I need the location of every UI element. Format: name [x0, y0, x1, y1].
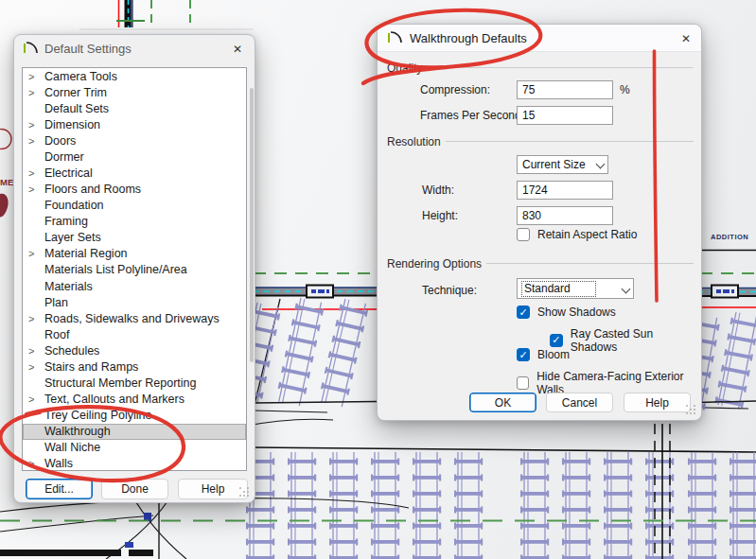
help-button[interactable]: Help — [624, 393, 691, 412]
tree-item-dimension[interactable]: >Dimension — [23, 116, 246, 132]
resize-grip[interactable] — [686, 405, 696, 415]
tree-item-label: Corner Trim — [44, 86, 107, 99]
tree-item-plan[interactable]: Plan — [23, 294, 246, 310]
tree-item-label: Camera Tools — [44, 70, 117, 83]
tree-item-corner-trim[interactable]: >Corner Trim — [23, 84, 246, 100]
tree-item-roof[interactable]: Roof — [23, 326, 246, 342]
expand-chevron-icon[interactable]: > — [28, 345, 44, 357]
default-settings-tree[interactable]: >Camera Tools>Corner TrimDefault Sets>Di… — [22, 67, 247, 471]
expand-chevron-icon[interactable]: > — [28, 71, 44, 82]
resolution-group-line — [446, 141, 694, 142]
close-icon[interactable]: ✕ — [228, 41, 247, 58]
checkbox-bloom[interactable]: ✓Bloom — [517, 348, 570, 361]
expand-chevron-icon[interactable]: > — [28, 313, 44, 324]
tree-item-walkthrough[interactable]: Walkthrough — [23, 424, 246, 440]
technique-dropdown[interactable]: Standard — [517, 278, 634, 299]
expand-chevron-icon[interactable]: > — [28, 135, 44, 147]
tree-item-electrical[interactable]: >Electrical — [23, 165, 246, 181]
walkthrough-defaults-titlebar[interactable]: Walkthrough Defaults ✕ — [378, 25, 701, 52]
tree-item-materials-list-polyline-area[interactable]: Materials List Polyline/Area — [23, 262, 246, 278]
help-button[interactable]: Help — [178, 479, 248, 499]
tree-item-label: Walls — [44, 457, 73, 470]
expand-chevron-icon[interactable]: > — [28, 393, 44, 405]
svg-text:ME: ME — [0, 177, 13, 187]
tree-item-label: Dimension — [44, 118, 100, 131]
compression-label: Compression: — [420, 83, 490, 96]
expand-chevron-icon[interactable]: > — [28, 167, 44, 179]
size-preset-dropdown[interactable]: Current Size — [517, 155, 608, 174]
checkbox-label: Retain Aspect Ratio — [537, 228, 637, 241]
compression-input[interactable] — [517, 80, 613, 99]
checkbox-box[interactable] — [517, 228, 530, 241]
tree-item-materials[interactable]: Materials — [23, 278, 246, 294]
expand-chevron-icon[interactable]: > — [28, 458, 44, 469]
ok-button[interactable]: OK — [469, 393, 536, 412]
svg-text:ADDITION: ADDITION — [711, 233, 748, 241]
tree-item-label: Schedules — [44, 344, 99, 358]
cancel-button[interactable]: Cancel — [546, 393, 613, 412]
compression-unit: % — [620, 83, 630, 96]
expand-chevron-icon[interactable]: > — [28, 119, 44, 131]
width-label: Width: — [422, 183, 454, 197]
tree-item-label: Floors and Rooms — [44, 183, 141, 196]
tree-item-text-callouts-and-markers[interactable]: >Text, Callouts and Markers — [23, 392, 246, 408]
width-input[interactable] — [517, 181, 613, 200]
quality-group-line — [430, 67, 694, 68]
tree-item-label: Text, Callouts and Markers — [44, 393, 185, 406]
done-button[interactable]: Done — [101, 479, 168, 499]
checked-checkbox-icon[interactable]: ✓ — [550, 334, 563, 347]
default-settings-dialog: Default Settings ✕ >Camera Tools>Corner … — [13, 34, 255, 503]
tree-item-wall-niche[interactable]: Wall Niche — [23, 440, 246, 456]
tree-item-stairs-and-ramps[interactable]: >Stairs and Ramps — [23, 358, 246, 375]
checked-checkbox-icon[interactable]: ✓ — [517, 348, 530, 361]
expand-chevron-icon[interactable]: > — [28, 248, 44, 259]
unchecked-checkbox-icon[interactable] — [517, 376, 529, 390]
retain-aspect-ratio-checkbox[interactable]: Retain Aspect Ratio — [517, 228, 637, 241]
tree-item-dormer[interactable]: Dormer — [23, 148, 246, 165]
tree-item-schedules[interactable]: >Schedules — [23, 342, 246, 358]
tree-item-label: Structural Member Reporting — [44, 376, 196, 390]
tree-item-label: Walkthrough — [44, 425, 111, 438]
check-mark-icon: ✓ — [552, 335, 560, 345]
rendering-group-line — [486, 263, 694, 264]
tree-item-label: Roads, Sidewalks and Driveways — [44, 312, 220, 325]
tree-item-foundation[interactable]: Foundation — [23, 198, 246, 214]
checked-checkbox-icon[interactable]: ✓ — [517, 306, 530, 319]
size-preset-value: Current Size — [522, 158, 586, 171]
tree-scrollbar[interactable] — [250, 88, 254, 362]
tree-item-layer-sets[interactable]: Layer Sets — [23, 230, 246, 246]
checkbox-ray-casted-sun-shadows[interactable]: ✓Ray Casted Sun Shadows — [550, 327, 701, 354]
tree-item-default-sets[interactable]: Default Sets — [23, 100, 246, 116]
expand-chevron-icon[interactable]: > — [28, 183, 44, 195]
check-mark-icon: ✓ — [519, 306, 527, 317]
expand-chevron-icon[interactable]: > — [28, 361, 44, 373]
tree-item-label: Materials — [44, 280, 93, 293]
tree-item-walls[interactable]: >Walls — [23, 456, 246, 471]
tree-item-roads-sidewalks-and-driveways[interactable]: >Roads, Sidewalks and Driveways — [23, 310, 246, 326]
tree-item-label: Doors — [44, 134, 76, 148]
tree-item-camera-tools[interactable]: >Camera Tools — [23, 68, 246, 84]
checkbox-label: Bloom — [537, 348, 570, 361]
tree-item-material-region[interactable]: >Material Region — [23, 246, 246, 262]
edit-button[interactable]: Edit... — [26, 479, 93, 499]
tree-item-structural-member-reporting[interactable]: Structural Member Reporting — [23, 375, 246, 391]
checkbox-show-shadows[interactable]: ✓Show Shadows — [517, 306, 616, 319]
rendering-group-label: Rendering Options — [387, 257, 482, 271]
tree-item-framing[interactable]: Framing — [23, 214, 246, 230]
default-settings-titlebar[interactable]: Default Settings ✕ — [14, 35, 255, 61]
tree-item-floors-and-rooms[interactable]: >Floors and Rooms — [23, 182, 246, 198]
resize-grip[interactable] — [239, 487, 250, 498]
dialog-title: Default Settings — [44, 42, 132, 56]
app-canvas: MEADDITION Default Settings ✕ >Camera To… — [0, 0, 756, 559]
tree-item-trey-ceiling-polyline[interactable]: Trey Ceiling Polyline — [23, 408, 246, 424]
tree-item-label: Wall Niche — [44, 441, 100, 454]
walkthrough-defaults-dialog: Walkthrough Defaults ✕ Quality Compressi… — [377, 24, 702, 421]
height-input[interactable] — [517, 206, 613, 225]
expand-chevron-icon[interactable]: > — [28, 87, 44, 98]
tree-item-label: Material Region — [44, 247, 128, 260]
tree-item-doors[interactable]: >Doors — [23, 132, 246, 148]
close-icon[interactable]: ✕ — [677, 30, 695, 47]
fps-input[interactable] — [517, 106, 613, 125]
tree-item-label: Roof — [44, 328, 69, 341]
chevron-down-icon — [596, 161, 604, 168]
